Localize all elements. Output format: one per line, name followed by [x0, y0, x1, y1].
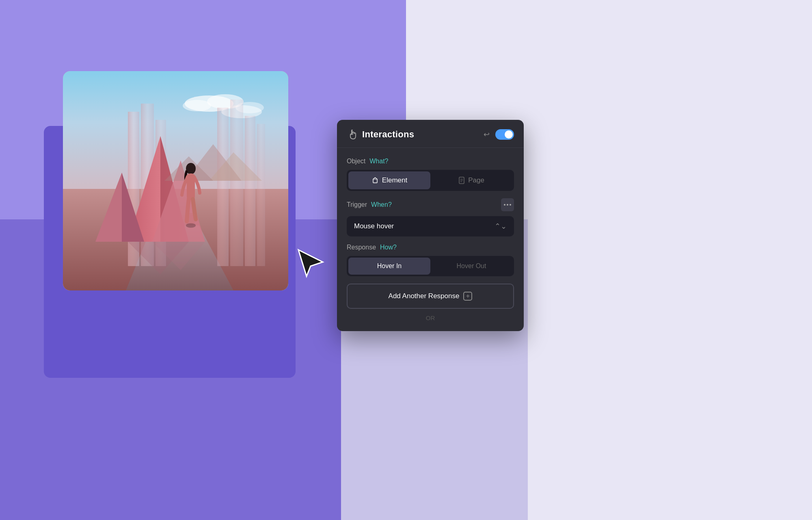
object-btn-group: Element Page [347, 170, 514, 191]
panel-header: Interactions ↩ [337, 120, 524, 148]
svg-rect-11 [217, 108, 229, 266]
dot2 [507, 204, 508, 206]
object-row-header: Object What? [347, 158, 514, 165]
svg-marker-29 [298, 250, 323, 276]
svg-rect-13 [245, 116, 255, 266]
svg-point-3 [183, 100, 211, 111]
page-icon [458, 177, 465, 184]
response-hint: How? [380, 244, 397, 251]
object-label: Object [347, 158, 365, 165]
hover-in-label: Hover In [377, 262, 402, 269]
back-icon[interactable]: ↩ [484, 130, 490, 139]
panel-title: Interactions [362, 129, 414, 140]
trigger-value: Mouse hover [354, 222, 394, 230]
panel-body: Object What? Element [337, 148, 524, 331]
hover-out-tab[interactable]: Hover Out [430, 258, 512, 275]
svg-point-27 [186, 223, 196, 228]
interactions-panel: Interactions ↩ Object What? [337, 120, 524, 331]
svg-rect-12 [230, 100, 243, 266]
object-row: Object What? Element [347, 158, 514, 191]
trigger-label: Trigger [347, 201, 367, 208]
dot3 [510, 204, 511, 206]
object-hint: What? [369, 158, 388, 165]
trigger-dropdown[interactable]: Mouse hover ⌃⌄ [347, 216, 514, 236]
chevron-icon: ⌃⌄ [495, 222, 507, 231]
bg-bottom-right [528, 219, 812, 520]
element-tab-label: Element [382, 176, 407, 184]
hover-out-label: Hover Out [457, 262, 486, 269]
element-icon [371, 177, 379, 184]
panel-header-right: ↩ [484, 129, 514, 140]
response-tabs: Hover In Hover Out [347, 256, 514, 276]
or-divider: OR [347, 314, 514, 321]
add-another-response-button[interactable]: Add Another Response + [347, 284, 514, 309]
add-response-label: Add Another Response [389, 292, 460, 300]
page-tab-label: Page [468, 176, 484, 184]
image-scene [63, 71, 288, 290]
element-tab-button[interactable]: Element [348, 171, 430, 189]
response-row-header: Response How? [347, 244, 514, 251]
panel-header-left: Interactions [347, 129, 414, 140]
page-tab-button[interactable]: Page [430, 171, 512, 189]
response-row: Response How? Hover In Hover Out [347, 244, 514, 276]
hand-icon [347, 129, 358, 140]
image-card [63, 71, 288, 290]
trigger-row-header: Trigger When? [347, 198, 514, 211]
trigger-hint: When? [371, 201, 392, 208]
add-icon: + [463, 292, 472, 301]
toggle-thumb [505, 130, 513, 139]
response-label: Response [347, 244, 376, 251]
svg-rect-28 [187, 213, 195, 223]
trigger-row: Trigger When? Mouse hover ⌃⌄ [347, 198, 514, 236]
hover-in-tab[interactable]: Hover In [348, 258, 430, 275]
svg-rect-14 [257, 124, 265, 266]
toggle-switch[interactable] [495, 129, 514, 140]
dot1 [504, 204, 505, 206]
more-options-button[interactable] [501, 198, 514, 211]
